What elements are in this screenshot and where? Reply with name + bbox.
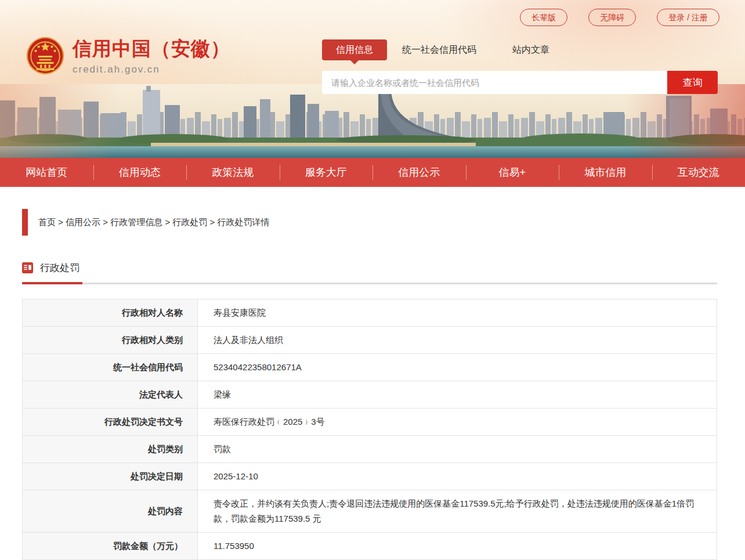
breadcrumb: 首页信用公示行政管理信息行政处罚行政处罚详情 [22, 209, 717, 236]
section-header: 行政处罚 [22, 261, 717, 284]
row-label: 统一社会信用代码 [23, 354, 198, 381]
row-label: 处罚决定日期 [23, 463, 198, 490]
breadcrumb-items: 首页信用公示行政管理信息行政处罚行政处罚详情 [38, 217, 269, 228]
national-emblem-icon [26, 37, 64, 75]
site-logo[interactable]: 信用中国（安徽） credit.ah.gov.cn [26, 36, 230, 75]
row-value: 52340422358012671A [198, 354, 717, 381]
nav-item[interactable]: 互动交流 [652, 158, 745, 187]
row-value: 责令改正，并约谈有关负责人;责令退回违法违规使用的医保基金117539.5元;给… [198, 490, 717, 533]
quick-link-button[interactable]: 长辈版 [520, 9, 567, 26]
main-content: 行政处罚 行政相对人名称 寿县安康医院 行政相对人类别 法人及非法人组织 统一社… [22, 261, 717, 560]
table-row: 处罚类别 罚款 [23, 436, 717, 463]
table-row: 行政处罚决定书文号 寿医保行政处罚﹙2025﹚3号 [23, 409, 717, 436]
table-row: 统一社会信用代码 52340422358012671A [23, 354, 717, 381]
section-tab: 行政处罚 [22, 261, 79, 274]
breadcrumb-item[interactable]: 信用公示 [66, 217, 110, 227]
nav-item[interactable]: 信用动态 [93, 158, 187, 187]
document-list-icon [22, 262, 33, 273]
row-label: 罚款金额（万元） [23, 533, 198, 560]
nav-item[interactable]: 服务大厅 [280, 158, 373, 187]
row-value: 梁缘 [198, 381, 717, 409]
table-row: 处罚决定日期 2025-12-10 [23, 463, 717, 490]
row-value: 11.753950 [198, 533, 717, 560]
table-row: 法定代表人 梁缘 [23, 381, 717, 409]
search-bar: 查询 [322, 71, 718, 94]
row-label: 行政相对人类别 [23, 327, 198, 354]
site-url: credit.ah.gov.cn [73, 64, 230, 75]
breadcrumb-item[interactable]: 行政处罚详情 [217, 217, 269, 227]
row-value: 罚款 [198, 436, 717, 463]
row-value: 法人及非法人组织 [198, 327, 717, 354]
table-row: 处罚内容 责令改正，并约谈有关负责人;责令退回违法违规使用的医保基金117539… [23, 490, 717, 533]
search-tab[interactable]: 信用信息 [322, 39, 387, 60]
site-name: 信用中国（安徽） [73, 36, 230, 62]
main-nav: 网站首页信用动态政策法规服务大厅信用公示信易+城市信用互动交流 [0, 158, 745, 187]
breadcrumb-item[interactable]: 首页 [38, 217, 66, 227]
row-value: 寿医保行政处罚﹙2025﹚3号 [198, 409, 717, 436]
row-label: 法定代表人 [23, 381, 198, 409]
nav-item[interactable]: 政策法规 [186, 158, 280, 187]
row-label: 行政处罚决定书文号 [23, 409, 198, 436]
quick-links: 长辈版无障碍登录 / 注册 [520, 9, 719, 26]
search-tabs: 信用信息统一社会信用代码站内文章 [322, 39, 718, 60]
quick-link-button[interactable]: 无障碍 [588, 9, 636, 26]
row-label: 行政相对人名称 [23, 299, 198, 327]
table-row: 罚款金额（万元） 11.753950 [23, 533, 717, 560]
row-value: 寿县安康医院 [198, 299, 717, 327]
row-label: 处罚内容 [23, 490, 198, 533]
search-button[interactable]: 查询 [667, 71, 718, 94]
breadcrumb-item[interactable]: 行政处罚 [172, 217, 217, 227]
table-row: 行政相对人类别 法人及非法人组织 [23, 327, 717, 354]
city-skyline-banner [0, 84, 745, 158]
nav-item[interactable]: 信易+ [466, 158, 559, 187]
nav-item[interactable]: 信用公示 [372, 158, 466, 187]
search-input[interactable] [322, 71, 667, 94]
row-label: 处罚类别 [23, 436, 198, 463]
breadcrumb-item[interactable]: 行政管理信息 [110, 217, 172, 227]
nav-item[interactable]: 城市信用 [559, 158, 652, 187]
breadcrumb-accent-bar [22, 209, 28, 236]
table-row: 行政相对人名称 寿县安康医院 [23, 299, 717, 327]
row-value: 2025-12-10 [198, 463, 717, 490]
brand-text: 信用中国（安徽） credit.ah.gov.cn [73, 36, 230, 75]
site-header: 长辈版无障碍登录 / 注册 信用中国（安徽） [0, 0, 745, 84]
search-tab[interactable]: 统一社会信用代码 [402, 44, 476, 56]
search-module: 信用信息统一社会信用代码站内文章 查询 [322, 39, 718, 94]
quick-link-button[interactable]: 登录 / 注册 [657, 9, 719, 26]
search-tab[interactable]: 站内文章 [512, 44, 549, 56]
section-title: 行政处罚 [40, 261, 79, 274]
penalty-detail-table: 行政相对人名称 寿县安康医院 行政相对人类别 法人及非法人组织 统一社会信用代码… [22, 299, 717, 560]
nav-item[interactable]: 网站首页 [0, 158, 93, 187]
